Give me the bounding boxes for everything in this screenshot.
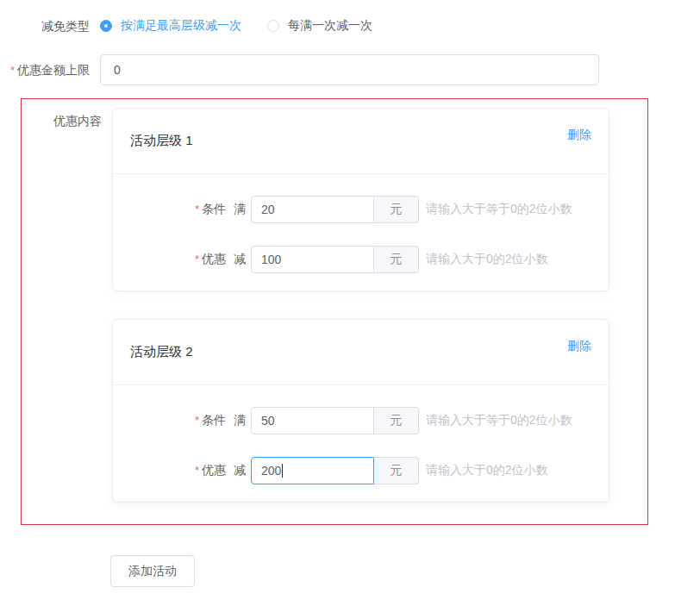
condition-input-group: 元: [251, 196, 419, 223]
text-cursor: [282, 464, 283, 478]
discount-content-section: 优惠内容 活动层级 1 删除 *条件满 元 请输入大于等于0的2位小数 *优惠减…: [21, 98, 648, 525]
tier-card-header: 活动层级 1 删除: [113, 109, 609, 174]
delete-tier-link[interactable]: 删除: [567, 128, 591, 143]
discount-input-group: 200 元: [251, 457, 419, 484]
discount-input-value: 200: [261, 464, 281, 478]
tier-title: 活动层级 1: [130, 133, 193, 149]
tier-card-body: *条件满 元 请输入大于等于0的2位小数 *优惠减 200 元 请输入大于0的2…: [113, 385, 609, 502]
required-asterisk: *: [195, 203, 199, 216]
required-asterisk: *: [195, 464, 199, 477]
condition-input[interactable]: [251, 407, 374, 434]
required-asterisk: *: [195, 253, 199, 266]
discount-row: *优惠减 元 请输入大于0的2位小数: [130, 246, 591, 273]
condition-label: *条件满: [130, 202, 246, 217]
required-asterisk: *: [195, 414, 199, 427]
reduction-type-label: 减免类型: [0, 18, 100, 34]
discount-hint: 请输入大于0的2位小数: [426, 463, 548, 478]
discount-row: *优惠减 200 元 请输入大于0的2位小数: [130, 457, 591, 484]
tier-title: 活动层级 2: [130, 344, 193, 360]
discount-input-focused[interactable]: 200: [251, 457, 374, 484]
discount-cap-row: *优惠金额上限: [0, 54, 700, 85]
tier-card-body: *条件满 元 请输入大于等于0的2位小数 *优惠减 元 请输入大于0的2位小数: [113, 174, 609, 291]
discount-hint: 请输入大于0的2位小数: [426, 252, 548, 267]
reduction-type-row: 减免类型 按满足最高层级减一次 每满一次减一次: [0, 0, 700, 34]
radio-option-highest-tier[interactable]: 按满足最高层级减一次: [100, 18, 241, 34]
condition-row: *条件满 元 请输入大于等于0的2位小数: [130, 196, 591, 223]
condition-hint: 请输入大于等于0的2位小数: [426, 413, 572, 428]
condition-input-group: 元: [251, 407, 419, 434]
discount-label: *优惠减: [130, 252, 246, 267]
tier-card-1: 活动层级 1 删除 *条件满 元 请输入大于等于0的2位小数 *优惠减 元 请输…: [112, 108, 609, 291]
unit-yuan-suffix: 元: [374, 457, 419, 484]
tier-card-2: 活动层级 2 删除 *条件满 元 请输入大于等于0的2位小数 *优惠减 200: [112, 319, 609, 503]
radio-unselected-icon: [267, 20, 279, 32]
discount-content-label: 优惠内容: [47, 114, 102, 129]
add-activity-button[interactable]: 添加活动: [110, 555, 195, 587]
condition-hint: 请输入大于等于0的2位小数: [426, 202, 572, 217]
radio-option-every-time[interactable]: 每满一次减一次: [267, 18, 372, 34]
radio-option-label: 按满足最高层级减一次: [121, 18, 241, 34]
discount-cap-input[interactable]: [100, 54, 599, 85]
unit-yuan-suffix: 元: [374, 246, 419, 273]
delete-tier-link[interactable]: 删除: [567, 339, 591, 354]
discount-label: *优惠减: [130, 463, 246, 478]
condition-row: *条件满 元 请输入大于等于0的2位小数: [130, 407, 591, 434]
discount-input[interactable]: [251, 246, 374, 273]
radio-option-label: 每满一次减一次: [288, 18, 372, 34]
unit-yuan-suffix: 元: [374, 196, 419, 223]
discount-cap-label: *优惠金额上限: [0, 62, 100, 78]
reduction-type-radio-group: 按满足最高层级减一次 每满一次减一次: [100, 18, 398, 34]
radio-selected-icon: [100, 20, 112, 32]
unit-yuan-suffix: 元: [374, 407, 419, 434]
condition-input[interactable]: [251, 196, 374, 223]
discount-input-group: 元: [251, 246, 419, 273]
condition-label: *条件满: [130, 413, 246, 428]
add-activity-row: 添加活动: [110, 555, 700, 587]
tier-card-header: 活动层级 2 删除: [113, 320, 609, 385]
required-asterisk: *: [10, 64, 15, 77]
